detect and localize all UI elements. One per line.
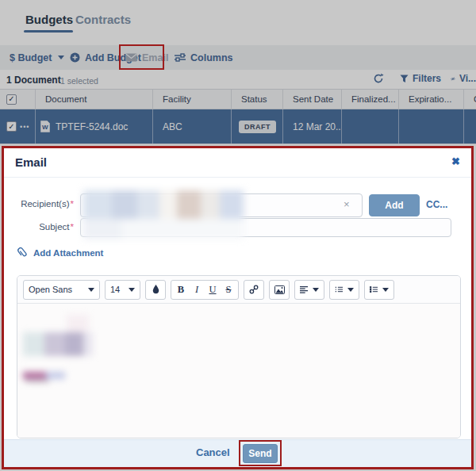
underline-button[interactable]: U bbox=[205, 284, 221, 296]
add-recipient-button[interactable]: Add bbox=[369, 194, 420, 216]
bold-button[interactable]: B bbox=[173, 284, 189, 296]
editor-toolbar: Open Sans 14 B I U S bbox=[17, 276, 460, 304]
rich-text-editor: Open Sans 14 B I U S bbox=[17, 275, 461, 438]
ordered-list-icon bbox=[335, 285, 343, 293]
close-icon[interactable]: ✖ bbox=[451, 155, 460, 167]
editor-body[interactable] bbox=[17, 304, 460, 438]
paperclip-icon bbox=[14, 244, 30, 260]
ordered-list-select[interactable] bbox=[329, 280, 359, 300]
recipients-label: Recipient(s)* bbox=[4, 199, 74, 209]
add-attachment-button[interactable]: Add Attachment bbox=[17, 247, 103, 258]
cc-link[interactable]: CC... bbox=[426, 199, 447, 210]
recipients-label-text: Recipient(s) bbox=[21, 199, 69, 209]
subject-label-text: Subject bbox=[39, 222, 69, 232]
image-icon bbox=[274, 285, 285, 294]
annotation-box-email-button bbox=[119, 44, 164, 70]
required-mark: * bbox=[71, 222, 74, 232]
send-button[interactable]: Send bbox=[243, 444, 278, 463]
align-left-icon bbox=[300, 285, 308, 293]
bullet-list-select[interactable] bbox=[364, 280, 394, 300]
font-family-value: Open Sans bbox=[29, 285, 72, 294]
email-modal: Email ✖ Recipient(s)* × Add CC... Subjec… bbox=[2, 146, 474, 469]
italic-button[interactable]: I bbox=[189, 284, 205, 296]
subject-label: Subject* bbox=[4, 222, 74, 232]
required-mark: * bbox=[71, 199, 74, 209]
chevron-down-icon bbox=[129, 288, 135, 292]
droplet-icon bbox=[152, 285, 159, 294]
add-attachment-label: Add Attachment bbox=[33, 248, 103, 258]
text-style-group: B I U S bbox=[171, 280, 239, 300]
font-family-select[interactable]: Open Sans bbox=[23, 280, 100, 300]
bullet-list-icon bbox=[370, 285, 378, 293]
modal-header-divider bbox=[4, 177, 471, 178]
chevron-down-icon bbox=[88, 288, 94, 292]
font-size-value: 14 bbox=[110, 285, 120, 294]
clear-recipient-icon[interactable]: × bbox=[344, 198, 350, 210]
text-align-select[interactable] bbox=[294, 280, 324, 300]
modal-title: Email bbox=[15, 155, 47, 169]
insert-image-button[interactable] bbox=[269, 280, 290, 300]
text-color-button[interactable] bbox=[145, 280, 166, 300]
cancel-button[interactable]: Cancel bbox=[196, 446, 230, 458]
modal-footer: Cancel bbox=[4, 439, 471, 467]
chevron-down-icon bbox=[382, 288, 389, 292]
chevron-down-icon bbox=[313, 288, 319, 292]
insert-link-button[interactable] bbox=[244, 280, 264, 300]
redacted-body-blur bbox=[17, 304, 460, 438]
chevron-down-icon bbox=[347, 288, 354, 292]
strikethrough-button[interactable]: S bbox=[221, 284, 236, 296]
subject-input[interactable] bbox=[80, 218, 451, 237]
app-screen: Budgets Contracts $ Budget Add Budget Em… bbox=[0, 0, 476, 471]
font-size-select[interactable]: 14 bbox=[105, 280, 140, 300]
link-icon bbox=[249, 285, 259, 294]
recipients-input[interactable] bbox=[80, 193, 363, 217]
